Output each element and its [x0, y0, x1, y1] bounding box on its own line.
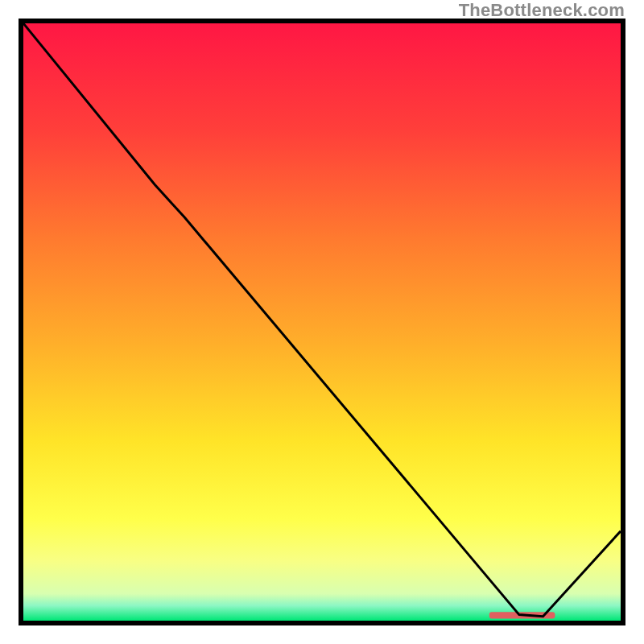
page-root: TheBottleneck.com [0, 0, 644, 644]
plot-area [23, 23, 621, 621]
chart-frame [19, 19, 625, 625]
chart-svg [23, 23, 621, 621]
gradient-background [23, 23, 621, 621]
